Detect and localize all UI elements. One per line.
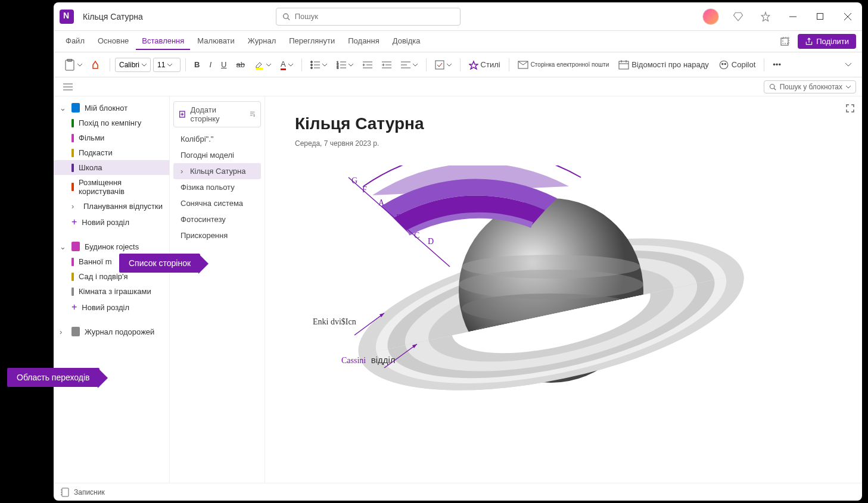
bullet-list-button[interactable] (307, 57, 331, 73)
open-in-new-window-icon[interactable] (776, 33, 793, 50)
toolbar: Calibri 11 B I U ab A 123 Стилі Сторінка… (54, 52, 862, 77)
bold-button[interactable]: B (191, 57, 203, 73)
add-section-button[interactable]: +Новий розділ (54, 299, 169, 315)
section-color-tab (71, 288, 74, 296)
tab-file[interactable]: Файл (60, 33, 91, 50)
font-size-select[interactable]: 11 (153, 58, 181, 72)
ring-label-g: G (351, 176, 357, 186)
tab-help[interactable]: Довідка (387, 33, 427, 50)
page-item-selected[interactable]: ›Кільця Сатурна (173, 163, 261, 179)
svg-rect-6 (781, 38, 788, 45)
tab-history[interactable]: Журнал (242, 33, 282, 50)
increase-indent-button[interactable] (378, 57, 395, 73)
notebook-icon (71, 327, 80, 336)
page-date: Середа, 7 червня 2023 р. (295, 139, 832, 148)
paste-button[interactable] (61, 57, 86, 73)
more-button[interactable]: ••• (769, 57, 785, 73)
premium-icon[interactable] (730, 8, 746, 25)
align-button[interactable] (397, 57, 421, 73)
section-color-tab (71, 119, 74, 127)
section-item[interactable]: Кімната з іграшками (54, 284, 169, 299)
ring-label-f: F (362, 185, 367, 195)
footer-bar: Записник (54, 483, 862, 501)
svg-rect-34 (619, 61, 629, 69)
page-item[interactable]: Фізика польоту (173, 179, 261, 195)
page-item[interactable]: Погодні моделі (173, 147, 261, 163)
email-page-button[interactable]: Сторінка електронної пошти (514, 57, 613, 73)
svg-rect-73 (62, 488, 69, 496)
svg-point-0 (283, 14, 288, 18)
font-family-select[interactable]: Calibri (115, 58, 151, 72)
chevron-right-icon: › (60, 327, 67, 336)
numbered-list-button[interactable]: 123 (333, 57, 357, 73)
add-page-icon (179, 110, 186, 118)
page-item[interactable]: Сонячна система (173, 195, 261, 211)
section-item[interactable]: Подкасти (54, 145, 169, 160)
tab-insert[interactable]: Вставлення (136, 33, 190, 50)
sort-icon[interactable] (249, 111, 256, 118)
notebook-item[interactable]: ⌄ Будинок rojects (54, 239, 169, 254)
notebook-item[interactable]: › Журнал подорожей (54, 324, 169, 339)
svg-rect-9 (67, 59, 72, 61)
hamburger-menu-icon[interactable] (60, 79, 76, 95)
page-item[interactable]: Колібрі"." (173, 131, 261, 147)
section-item[interactable]: Похід по кемпінгу (54, 115, 169, 130)
strikethrough-button[interactable]: ab (232, 57, 248, 73)
share-icon (805, 38, 813, 46)
user-avatar[interactable] (702, 8, 719, 25)
meeting-details-button[interactable]: Відомості про нараду (615, 57, 713, 73)
page-canvas[interactable]: Кільця Сатурна Середа, 7 червня 2023 р. (265, 96, 862, 483)
page-item[interactable]: Прискорення (173, 227, 261, 243)
maximize-button[interactable] (812, 8, 829, 25)
styles-button[interactable]: Стилі (465, 57, 504, 73)
svg-point-15 (310, 67, 312, 68)
onenote-app-icon (60, 10, 74, 24)
ring-label-d: D (428, 237, 434, 246)
sub-toolbar: Пошук у блокнотах (54, 77, 862, 96)
add-section-button[interactable]: +Новий розділ (54, 214, 169, 230)
format-painter-button[interactable] (88, 57, 105, 73)
minimize-button[interactable] (785, 8, 801, 25)
collapse-ribbon-button[interactable] (842, 57, 855, 73)
plus-icon: + (71, 302, 77, 313)
underline-button[interactable]: U (217, 57, 230, 73)
notebook-search[interactable]: Пошук у блокнотах (764, 80, 856, 93)
tab-view[interactable]: Подання (342, 33, 385, 50)
saturn-illustration: G F A B C D Enki dvi$Icn Cassini відділ (295, 165, 748, 451)
window-title: Кільця Сатурна (83, 12, 143, 21)
page-title[interactable]: Кільця Сатурна (295, 114, 832, 133)
font-color-button[interactable]: A (277, 57, 297, 73)
section-item[interactable]: Розміщення користувачів (54, 175, 169, 199)
section-group-item[interactable]: ›Планування відпустки (54, 199, 169, 214)
search-bar[interactable] (276, 8, 461, 26)
chevron-right-icon: › (181, 167, 188, 176)
svg-line-45 (774, 88, 776, 90)
close-button[interactable] (839, 8, 856, 25)
share-button[interactable]: Поділити (798, 34, 856, 49)
callout-nav-area: Область переходів (7, 368, 99, 387)
notebook-item[interactable]: ⌄ Мій блокнот (54, 100, 169, 115)
coming-soon-icon[interactable] (757, 8, 774, 25)
section-color-tab (71, 134, 74, 142)
section-item[interactable]: Фільми (54, 130, 169, 145)
add-page-button[interactable]: Додати сторінку (173, 101, 261, 127)
copilot-button[interactable]: Copilot (715, 57, 759, 73)
highlight-button[interactable] (251, 57, 275, 73)
section-item-selected[interactable]: Школа (54, 160, 169, 175)
italic-button[interactable]: I (206, 57, 215, 73)
tab-home[interactable]: Основне (92, 33, 135, 50)
tab-draw[interactable]: Малювати (191, 33, 240, 50)
search-icon (282, 13, 290, 21)
chevron-down-icon: ⌄ (60, 242, 67, 251)
fullscreen-icon[interactable] (845, 104, 855, 115)
svg-point-11 (310, 61, 312, 63)
ring-label-c: C (414, 231, 419, 240)
plus-icon: + (71, 217, 77, 227)
tab-review[interactable]: Переглянути (283, 33, 341, 50)
decrease-indent-button[interactable] (359, 57, 376, 73)
page-item[interactable]: Фотосинтезу (173, 211, 261, 227)
search-input[interactable] (295, 12, 454, 21)
todo-tag-button[interactable] (431, 57, 455, 73)
svg-rect-32 (435, 61, 444, 69)
page-list: Додати сторінку Колібрі"." Погодні модел… (170, 96, 265, 483)
